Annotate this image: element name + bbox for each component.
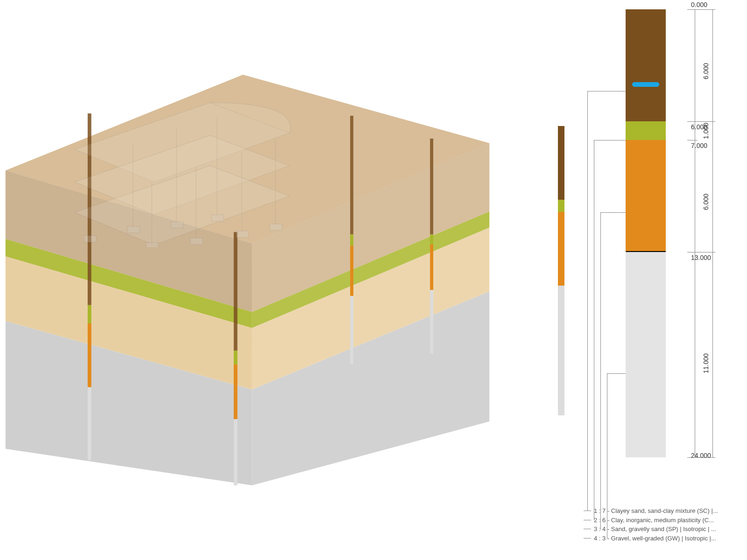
soil-block-3d[interactable]: [0, 75, 495, 485]
depth-24: 24.000: [691, 452, 711, 459]
outer-dim-line: [712, 9, 713, 457]
svg-rect-33: [236, 231, 248, 238]
svg-rect-2: [88, 323, 92, 387]
svg-rect-4: [234, 232, 238, 350]
svg-rect-32: [190, 238, 203, 245]
inner-dim-line: [695, 9, 695, 457]
building-wireframe: [56, 89, 299, 247]
leader-layer-1: [587, 91, 626, 91]
svg-rect-29: [171, 222, 183, 228]
soil-profile-column[interactable]: [626, 9, 666, 457]
bh-mini-seg-1: [558, 126, 564, 200]
profile-layer-4: [626, 252, 666, 457]
legend-text-4: 4 : 3 - Gravel, well-graded (GW) | Isotr…: [594, 534, 716, 543]
profile-layer-1: [626, 9, 666, 121]
svg-rect-34: [270, 224, 282, 231]
svg-rect-11: [350, 296, 353, 364]
svg-rect-14: [430, 245, 433, 290]
legend-item-3: 3 : 4 - Sand, gravelly sand (SP) | Isotr…: [584, 525, 742, 534]
legend-item-1: 1 : 7 - Clayey sand, sand-clay mixture (…: [584, 506, 742, 516]
depth-13: 13.000: [691, 254, 711, 261]
bh-mini-seg-4: [558, 286, 564, 415]
borehole-mini: [558, 126, 564, 415]
leader-layer-4: [607, 373, 626, 374]
svg-rect-8: [350, 116, 353, 234]
svg-rect-5: [234, 351, 238, 364]
leader-drop-1: [587, 91, 588, 511]
legend-item-4: 4 : 3 - Gravel, well-graded (GW) | Isotr…: [584, 534, 742, 543]
legend-text-1: 1 : 7 - Clayey sand, sand-clay mixture (…: [594, 506, 718, 516]
svg-rect-9: [350, 234, 353, 245]
depth-0: 0.000: [691, 1, 707, 8]
svg-rect-7: [234, 419, 238, 485]
leader-layer-2: [594, 140, 626, 140]
profile-layer-3: [626, 140, 666, 252]
legend-text-3: 3 : 4 - Sand, gravelly sand (SP) | Isotr…: [594, 525, 716, 534]
profile-layer-2: [626, 121, 666, 140]
svg-rect-30: [211, 215, 224, 221]
leader-drop-3: [600, 212, 601, 530]
soil-legend: 1 : 7 - Clayey sand, sand-clay mixture (…: [584, 506, 742, 543]
svg-rect-3: [88, 387, 92, 460]
svg-rect-27: [84, 236, 96, 242]
svg-rect-13: [430, 234, 433, 245]
svg-rect-6: [234, 364, 238, 419]
svg-rect-31: [146, 243, 158, 247]
leader-layer-3: [600, 212, 626, 213]
thk-3: 6.000: [702, 194, 710, 210]
svg-rect-28: [127, 226, 140, 233]
leader-drop-2: [594, 140, 594, 520]
depth-7: 7.000: [691, 142, 707, 149]
geotechnical-viewer: 0.000 6.000 7.000 13.000 24.000 6.000 1.…: [0, 0, 747, 560]
bh-mini-seg-2: [558, 200, 564, 212]
legend-text-2: 2 : 6 - Clay, inorganic, medium plastici…: [594, 516, 714, 525]
svg-rect-10: [350, 246, 353, 296]
thk-1: 6.000: [702, 63, 710, 79]
water-table-marker: [632, 82, 659, 87]
legend-item-2: 2 : 6 - Clay, inorganic, medium plastici…: [584, 516, 742, 525]
svg-rect-15: [430, 290, 433, 354]
thk-4: 11.000: [702, 353, 710, 373]
svg-rect-1: [88, 305, 92, 323]
thk-2: 1.000: [702, 123, 710, 139]
bh-mini-seg-3: [558, 212, 564, 286]
svg-rect-12: [430, 139, 433, 234]
